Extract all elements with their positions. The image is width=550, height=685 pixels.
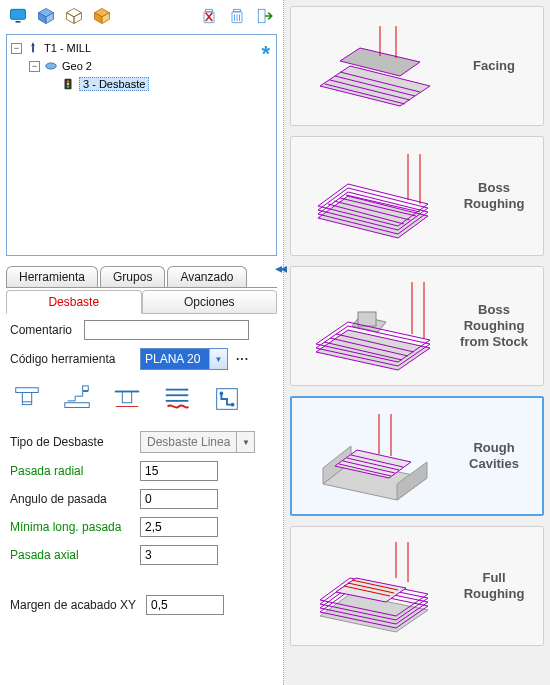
svg-rect-0	[11, 9, 26, 19]
surface-icon	[44, 59, 58, 73]
svg-point-25	[67, 83, 69, 85]
tree-geo-label: Geo 2	[62, 60, 92, 72]
svg-point-26	[67, 85, 69, 87]
svg-rect-1	[16, 21, 21, 23]
tipo-label: Tipo de Desbaste	[10, 435, 140, 449]
toolbar-cube-orange-icon[interactable]	[90, 4, 114, 28]
tree-root-row[interactable]: − T1 - MILL	[11, 39, 272, 57]
svg-point-39	[220, 392, 224, 396]
tree-op-label: 3 - Desbaste	[79, 77, 149, 91]
svg-rect-27	[16, 388, 39, 393]
tab-desbaste[interactable]: Desbaste	[6, 290, 142, 314]
svg-rect-31	[65, 403, 89, 408]
min-long-label: Mínima long. pasada	[10, 520, 140, 534]
svg-rect-12	[206, 9, 213, 12]
codigo-more-button[interactable]: ···	[236, 352, 249, 366]
toolbar-cube-blue-icon[interactable]	[34, 4, 58, 28]
op-card-boss-roughing[interactable]: Boss Roughing	[290, 136, 544, 256]
margen-xy-input[interactable]	[146, 595, 224, 615]
op-card-label: Facing	[449, 58, 539, 74]
tipo-value: Desbaste Linea	[141, 435, 236, 449]
pasada-axial-label: Pasada axial	[10, 548, 140, 562]
op-card-full-roughing[interactable]: Full Roughing	[290, 526, 544, 646]
svg-marker-5	[67, 9, 82, 17]
operation-gallery: Facing Boss Roughing	[284, 0, 550, 685]
comentario-label: Comentario	[10, 323, 84, 337]
rough-cavities-thumb-icon	[296, 402, 446, 510]
tab-opciones[interactable]: Opciones	[142, 290, 278, 314]
lines-red-icon[interactable]	[162, 384, 192, 417]
op-card-label: Boss Roughing	[449, 180, 539, 213]
tree-collapse-icon[interactable]: −	[29, 61, 40, 72]
boss-roughing-thumb-icon	[295, 141, 445, 251]
svg-rect-30	[22, 402, 31, 405]
op-card-label: Full Roughing	[449, 570, 539, 603]
chevron-down-icon[interactable]: ▼	[209, 349, 227, 369]
svg-marker-7	[74, 13, 82, 24]
toolbar-exit-icon[interactable]	[253, 4, 277, 28]
svg-rect-21	[32, 46, 34, 52]
codigo-select[interactable]: PLANA 20 ▼	[140, 348, 228, 370]
toolbar-cube-wire-icon[interactable]	[62, 4, 86, 28]
svg-rect-61	[358, 312, 376, 326]
step-strategy-icon[interactable]	[62, 384, 92, 417]
pasada-radial-input[interactable]	[140, 461, 218, 481]
strategy-icon-strip	[10, 378, 273, 431]
svg-rect-32	[83, 386, 89, 391]
tabs-expand-icon[interactable]: ◂◂	[275, 260, 285, 276]
chevron-down-icon[interactable]: ▼	[236, 432, 254, 452]
tree-collapse-icon[interactable]: −	[11, 43, 22, 54]
svg-rect-16	[234, 9, 241, 12]
svg-rect-20	[258, 9, 265, 22]
full-roughing-thumb-icon	[295, 531, 445, 641]
main-toolbar	[0, 0, 283, 32]
comentario-input[interactable]	[84, 320, 249, 340]
boss-roughing-stock-thumb-icon	[295, 271, 445, 381]
margen-xy-label: Margen de acabado XY	[10, 598, 146, 612]
op-card-boss-roughing-stock[interactable]: Boss Roughing from Stock	[290, 266, 544, 386]
profile-top-icon[interactable]	[112, 384, 142, 417]
tab-avanzado[interactable]: Avanzado	[167, 266, 246, 287]
op-card-facing[interactable]: Facing	[290, 6, 544, 126]
svg-point-40	[231, 403, 235, 407]
pasada-axial-input[interactable]	[140, 545, 218, 565]
tree-root-label: T1 - MILL	[44, 42, 91, 54]
operation-tree[interactable]: * − T1 - MILL − Geo 2 3 - Desbaste	[6, 34, 277, 256]
svg-point-22	[46, 63, 57, 69]
svg-marker-6	[67, 13, 75, 24]
path-link-icon[interactable]	[212, 384, 242, 417]
tab-grupos[interactable]: Grupos	[100, 266, 165, 287]
tabs-upper: Herramienta Grupos Avanzado	[0, 266, 283, 287]
facing-thumb-icon	[295, 11, 445, 121]
op-card-rough-cavities[interactable]: Rough Cavities	[290, 396, 544, 516]
angulo-input[interactable]	[140, 489, 218, 509]
svg-rect-34	[122, 392, 131, 403]
svg-point-24	[67, 80, 69, 82]
tool-profile-a-icon[interactable]	[12, 384, 42, 417]
pasada-radial-label: Pasada radial	[10, 464, 140, 478]
tree-op-row[interactable]: 3 - Desbaste	[11, 75, 272, 93]
pin-icon	[26, 41, 40, 55]
traffic-light-icon	[61, 77, 75, 91]
min-long-input[interactable]	[140, 517, 218, 537]
toolbar-trash-icon[interactable]	[225, 4, 249, 28]
tab-herramienta[interactable]: Herramienta	[6, 266, 98, 287]
tabs-lower: Desbaste Opciones	[6, 290, 277, 314]
angulo-label: Angulo de pasada	[10, 492, 140, 506]
toolbar-monitor-icon[interactable]	[6, 4, 30, 28]
form-panel: Comentario Código herramienta PLANA 20 ▼…	[0, 314, 283, 685]
codigo-value: PLANA 20	[141, 349, 209, 369]
tree-star-icon: *	[261, 41, 270, 67]
tree-geo-row[interactable]: − Geo 2	[11, 57, 272, 75]
op-card-label: Rough Cavities	[450, 440, 538, 473]
op-card-label: Boss Roughing from Stock	[449, 302, 539, 351]
codigo-label: Código herramienta	[10, 352, 140, 366]
tipo-select[interactable]: Desbaste Linea ▼	[140, 431, 255, 453]
toolbar-delete-red-icon[interactable]	[197, 4, 221, 28]
